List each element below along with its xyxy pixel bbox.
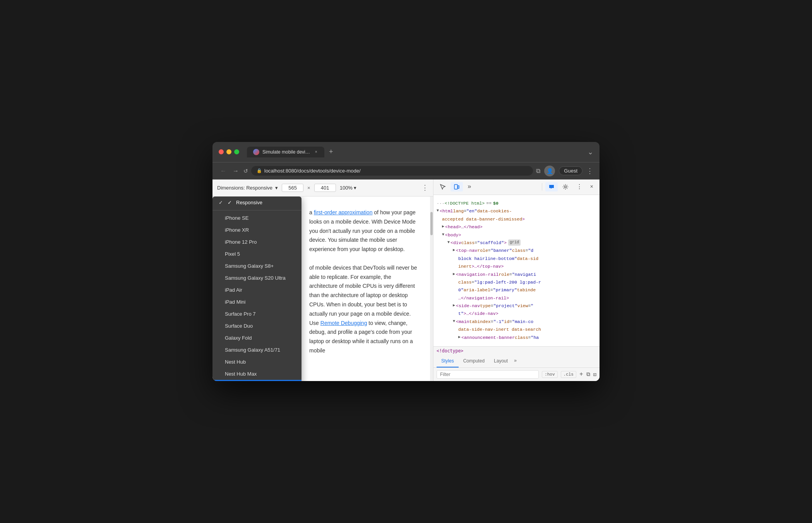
dropdown-item-galaxy-fold[interactable]: Galaxy Fold: [212, 332, 302, 344]
dropdown-item-edit[interactable]: Edit...: [212, 380, 302, 381]
more-tabs-button[interactable]: »: [512, 355, 518, 367]
expand-html-arrow[interactable]: ▼: [437, 208, 439, 214]
maximize-button[interactable]: [234, 149, 239, 154]
remote-debugging-link[interactable]: Remote Debugging: [320, 320, 367, 326]
devtools-close-button[interactable]: ×: [587, 182, 596, 191]
grid-badge: grid: [508, 239, 521, 246]
dimension-separator: ×: [307, 185, 310, 191]
tab-computed[interactable]: Computed: [459, 355, 489, 367]
settings-button[interactable]: [559, 182, 572, 191]
expand-side-nav-arrow[interactable]: ▶: [453, 303, 455, 309]
html-line-nav-rail-cont3: …</navigation-rail>: [437, 294, 596, 302]
device-dropdown-menu: ✓ Responsive iPhone SE iPhone XR iPhone …: [212, 197, 302, 381]
dropdown-item-samsung-s20[interactable]: Samsung Galaxy S20 Ultra: [212, 272, 302, 284]
pip-button[interactable]: ⧉: [536, 167, 540, 174]
height-input[interactable]: [314, 184, 336, 192]
tab-favicon-icon: [253, 149, 259, 155]
filter-input[interactable]: [437, 370, 539, 379]
dropdown-item-iphone-12-pro[interactable]: iPhone 12 Pro: [212, 236, 302, 248]
scroll-thumb: [430, 212, 433, 235]
dropdown-item-pixel-5[interactable]: Pixel 5: [212, 248, 302, 260]
lock-icon: 🔒: [257, 168, 262, 173]
url-text: localhost:8080/docs/devtools/device-mode…: [264, 168, 361, 174]
add-style-button[interactable]: +: [579, 371, 583, 378]
tab-close-button[interactable]: ×: [314, 149, 318, 155]
cls-filter-button[interactable]: .cls: [561, 371, 576, 378]
svg-rect-1: [458, 186, 459, 188]
html-line-main[interactable]: ▼ <main tabindex="-1" id="main-co: [437, 318, 596, 326]
dropdown-divider: [212, 210, 302, 210]
main-area: Dimensions: Responsive ▾ × 100% ▾ ⋮ ✓: [212, 179, 600, 381]
dropdown-item-surface-pro[interactable]: Surface Pro 7: [212, 308, 302, 320]
html-line-side-nav[interactable]: ▶ <side-nav type="project" view=": [437, 302, 596, 310]
browser-tab[interactable]: Simulate mobile devices with D ×: [247, 147, 324, 157]
devtools-bottom-tabs: Styles Computed Layout »: [433, 355, 600, 368]
expand-announcement-arrow[interactable]: ▶: [458, 334, 461, 340]
more-panels-button[interactable]: »: [464, 182, 475, 192]
zoom-selector[interactable]: 100% ▾: [340, 185, 356, 191]
page-content: ✓ Responsive iPhone SE iPhone XR iPhone …: [212, 197, 433, 381]
expand-div-arrow[interactable]: ▼: [447, 239, 450, 246]
dropdown-item-responsive[interactable]: ✓ Responsive: [212, 197, 302, 209]
doctype-comment: <!DOCTYPE html>: [445, 200, 485, 207]
tab-title: Simulate mobile devices with D: [262, 149, 311, 155]
address-bar-right: ⧉ 👤 Guest ⋮: [536, 166, 593, 176]
copy-styles-button[interactable]: ⧉: [586, 371, 590, 378]
guest-button[interactable]: Guest: [559, 166, 582, 175]
dropdown-item-samsung-s8[interactable]: Samsung Galaxy S8+: [212, 260, 302, 272]
html-line-top-nav[interactable]: ▶ <top-nav role="banner" class="d: [437, 247, 596, 255]
scroll-indicator[interactable]: [430, 197, 433, 381]
dropdown-item-surface-duo[interactable]: Surface Duo: [212, 320, 302, 332]
dropdown-item-iphone-se[interactable]: iPhone SE: [212, 212, 302, 224]
expand-nav-rail-arrow[interactable]: ▶: [453, 271, 455, 277]
hover-filter-button[interactable]: :hov: [542, 371, 557, 378]
html-line-body[interactable]: ▼ <body>: [437, 231, 596, 239]
devtools-filter-bar: :hov .cls + ⧉ ⊡: [433, 368, 600, 381]
html-line-announcement[interactable]: ▶ <announcement-banner class="ha: [437, 334, 596, 342]
device-toolbar-more-button[interactable]: ⋮: [421, 183, 428, 192]
dropdown-item-nest-hub-max[interactable]: Nest Hub Max: [212, 368, 302, 380]
html-line-html[interactable]: ▼ <html lang="en" data-cookies-: [437, 207, 596, 215]
back-button[interactable]: ←: [219, 166, 228, 176]
profile-icon[interactable]: 👤: [544, 166, 555, 176]
devtools-more-button[interactable]: ⋮: [573, 181, 586, 192]
device-mode-button[interactable]: [451, 182, 463, 191]
console-chat-button[interactable]: [545, 182, 558, 191]
forward-button[interactable]: →: [231, 166, 240, 176]
reload-button[interactable]: ↺: [243, 168, 248, 174]
html-line-div-scaffold[interactable]: ▼ <div class="scaffold"> grid: [437, 239, 596, 247]
html-line-head[interactable]: ▶ <head>…</head>: [437, 223, 596, 231]
dropdown-item-samsung-a51[interactable]: Samsung Galaxy A51/71: [212, 344, 302, 356]
dropdown-item-ipad-mini[interactable]: iPad Mini: [212, 296, 302, 308]
expand-head-arrow[interactable]: ▶: [442, 224, 444, 230]
dimensions-chevron-icon: ▾: [275, 185, 278, 191]
width-input[interactable]: [282, 184, 303, 192]
tab-styles[interactable]: Styles: [437, 355, 459, 367]
window-menu-chevron[interactable]: ⌄: [588, 148, 593, 156]
html-line-nav-rail[interactable]: ▶ <navigation-rail role="navigati: [437, 271, 596, 279]
tab-layout[interactable]: Layout: [489, 355, 512, 367]
expand-top-nav-arrow[interactable]: ▶: [453, 247, 455, 253]
dropdown-item-ipad-air[interactable]: iPad Air: [212, 284, 302, 296]
first-order-link[interactable]: first-order approximation: [314, 209, 373, 215]
layout-icon-button[interactable]: ⊡: [593, 371, 596, 378]
expand-main-arrow[interactable]: ▼: [453, 318, 455, 325]
minimize-button[interactable]: [226, 149, 231, 154]
dropdown-item-nest-hub[interactable]: Nest Hub: [212, 356, 302, 368]
browser-window: Simulate mobile devices with D × + ⌄ ← →…: [212, 142, 600, 381]
new-tab-button[interactable]: +: [326, 148, 336, 156]
browser-menu-button[interactable]: ⋮: [586, 167, 593, 175]
inspector-button[interactable]: [437, 182, 449, 191]
tab-bar: Simulate mobile devices with D × +: [247, 147, 583, 157]
dropdown-item-iphone-xr[interactable]: iPhone XR: [212, 224, 302, 236]
url-bar[interactable]: 🔒 localhost:8080/docs/devtools/device-mo…: [251, 166, 533, 176]
device-toolbar: Dimensions: Responsive ▾ × 100% ▾ ⋮: [212, 179, 433, 197]
dimensions-dropdown[interactable]: Dimensions: Responsive ▾: [217, 185, 278, 191]
close-button[interactable]: [219, 149, 224, 154]
devtools-panel: » ⋮ ×: [433, 179, 600, 381]
doctype-breadcrumb: <!doctype>: [433, 347, 600, 355]
expand-body-arrow[interactable]: ▼: [442, 232, 444, 238]
html-line-nav-rail-cont2: 0" aria-label="primary" tabinde: [437, 286, 596, 294]
html-line-doctype[interactable]: ··· <!DOCTYPE html> == $0: [437, 200, 596, 207]
dollar-var: $0: [493, 200, 499, 207]
